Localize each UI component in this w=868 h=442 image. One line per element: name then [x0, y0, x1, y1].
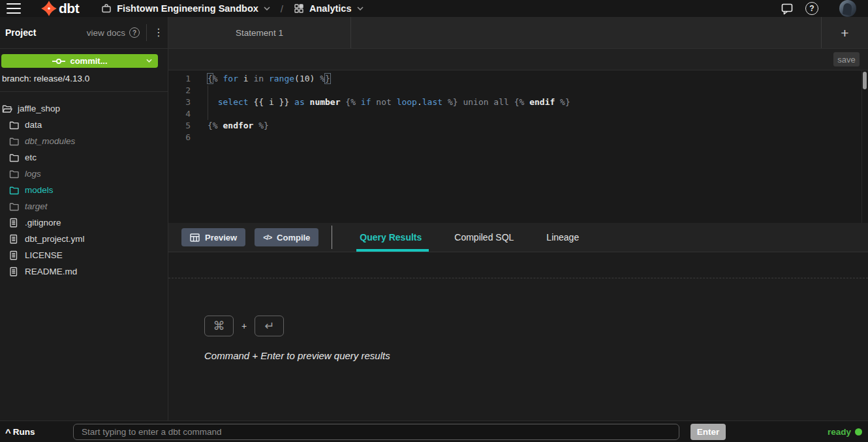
code-token: [208, 97, 218, 107]
tree-item-models[interactable]: models: [0, 182, 168, 198]
tab-lineage[interactable]: Lineage: [543, 223, 582, 252]
code-line-3: 3 select {{ i }} as number {% if not loo…: [168, 96, 868, 108]
tree-item-label: README.md: [25, 267, 77, 276]
code-line-6: 6: [168, 132, 868, 143]
code-token: for: [223, 74, 238, 83]
folder-icon: [9, 137, 20, 146]
folder-icon: [9, 202, 20, 211]
shortcut-hint: ⌘ + ↵ Command + Enter to preview query r…: [204, 316, 868, 361]
code-token: {{ i }}: [249, 97, 294, 107]
tree-item-etc[interactable]: etc: [0, 149, 168, 166]
help-button[interactable]: ?: [805, 2, 818, 15]
tree-item-label: LICENSE: [25, 250, 63, 260]
folder-icon: [9, 169, 20, 179]
editor-tab-statement-1[interactable]: Statement 1: [168, 17, 351, 48]
tree-item-readme-md[interactable]: README.md: [0, 263, 168, 280]
file-icon: [9, 250, 20, 260]
tree-item-license[interactable]: LICENSE: [0, 247, 168, 263]
code-token: [305, 97, 310, 107]
code-token: .: [417, 97, 422, 107]
code-lines: 1{% for i in range(10) %}23 select {{ i …: [168, 73, 868, 143]
code-token: %}: [253, 121, 268, 130]
code-token: as: [294, 97, 305, 107]
code-token: [392, 97, 397, 107]
tree-item-dbt-modules[interactable]: dbt_modules: [0, 133, 168, 149]
new-tab-section: +: [821, 17, 868, 48]
dbt-command-input[interactable]: [73, 424, 679, 440]
hamburger-menu-icon[interactable]: [7, 3, 21, 14]
tree-item-label: jaffle_shop: [18, 104, 60, 113]
status-label: ready: [828, 427, 851, 437]
tree-item-label: data: [25, 120, 42, 130]
chat-bubble-icon: [781, 2, 794, 15]
code-token: %: [320, 74, 325, 83]
results-header-strip: [168, 252, 868, 278]
code-token: select: [218, 97, 249, 107]
code-token: }: [325, 74, 330, 83]
view-docs-label: view docs: [87, 28, 125, 38]
tree-item-label: target: [25, 201, 48, 211]
save-button[interactable]: save: [833, 52, 860, 66]
grid-icon: [294, 3, 304, 14]
tree-item-label: dbt_modules: [25, 136, 75, 146]
code-token: (10): [294, 74, 320, 83]
enter-key-icon: ↵: [255, 316, 284, 336]
preview-button[interactable]: Preview: [181, 228, 245, 246]
line-number: 3: [168, 96, 191, 108]
code-token: %}: [555, 97, 570, 107]
enter-button[interactable]: Enter: [690, 424, 726, 440]
editor-tab-label: Statement 1: [236, 28, 283, 38]
header-divider: [146, 24, 147, 41]
compile-button[interactable]: </> Compile: [255, 228, 318, 246]
breadcrumb-separator: /: [281, 3, 283, 14]
tab-label: Compiled SQL: [454, 232, 514, 243]
tree-item-data[interactable]: data: [0, 117, 168, 133]
tree-item-label: etc: [25, 153, 37, 162]
tree-item--gitignore[interactable]: .gitignore: [0, 214, 168, 231]
connection-status: ready: [828, 421, 862, 442]
tree-item-target[interactable]: target: [0, 198, 168, 214]
commit-button-label: commit...: [70, 56, 107, 66]
view-docs-link[interactable]: view docs ?: [87, 27, 140, 38]
code-token: if: [361, 97, 371, 107]
line-number: 6: [168, 132, 191, 143]
top-bar: dbt Fishtown Engineering Sandbox /: [0, 0, 868, 17]
user-avatar[interactable]: [839, 0, 856, 17]
new-tab-button[interactable]: +: [841, 26, 848, 40]
branch-label: branch: release/4.13.0: [2, 74, 166, 83]
dbt-cloud-ide: dbt Fishtown Engineering Sandbox /: [0, 0, 868, 442]
code-token: union all: [458, 97, 514, 107]
file-icon: [9, 267, 20, 276]
code-token: endfor: [223, 121, 253, 130]
tree-item-dbt-project-yml[interactable]: dbt_project.yml: [0, 231, 168, 247]
line-number: 1: [168, 73, 191, 85]
tree-item-jaffle-shop[interactable]: jaffle_shop: [0, 100, 168, 117]
tab-compiled-sql[interactable]: Compiled SQL: [451, 223, 517, 252]
tree-item-logs[interactable]: logs: [0, 166, 168, 182]
scrollbar-thumb[interactable]: [863, 72, 867, 89]
tab-label: Lineage: [546, 232, 579, 243]
editor-tab-strip: Statement 1 +: [168, 17, 868, 49]
code-token: not: [376, 97, 391, 107]
top-bar-right: ?: [781, 0, 868, 17]
scrollbar-track: [861, 70, 862, 223]
code-line-5: 5{% endfor %}: [168, 120, 868, 132]
runs-label: Runs: [13, 427, 35, 437]
feedback-chat-button[interactable]: [781, 2, 794, 15]
tab-strip-filler: [351, 17, 821, 48]
account-switcher[interactable]: Fishtown Engineering Sandbox: [101, 3, 270, 14]
tab-query-results[interactable]: Query Results: [356, 223, 425, 252]
results-panel: Preview </> Compile Query Results Compil…: [168, 223, 868, 420]
keycap-row: ⌘ + ↵: [204, 316, 868, 336]
sidebar-kebab-menu[interactable]: ⋮: [153, 27, 164, 38]
line-number: 4: [168, 108, 191, 120]
chevron-down-icon: [264, 7, 270, 10]
table-icon: [190, 233, 200, 242]
indent-guide: [208, 85, 208, 120]
code-token: %: [213, 74, 223, 83]
project-sidebar: Project view docs ? ⋮ commit...: [0, 17, 168, 420]
code-editor[interactable]: 1{% for i in range(10) %}23 select {{ i …: [168, 70, 868, 223]
commit-button[interactable]: commit...: [1, 54, 158, 68]
project-switcher[interactable]: Analytics: [294, 3, 363, 14]
runs-drawer-toggle[interactable]: ^ Runs: [5, 427, 35, 437]
